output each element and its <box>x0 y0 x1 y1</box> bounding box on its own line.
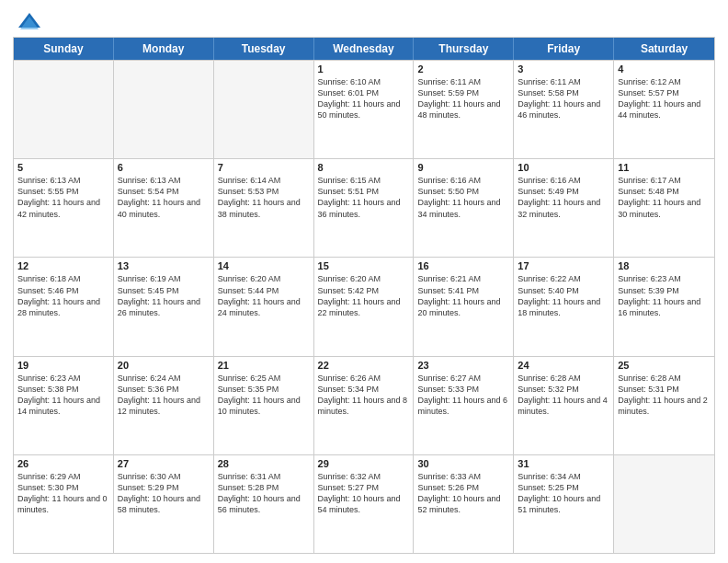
weekday-header-friday: Friday <box>514 38 614 60</box>
day-info: Sunrise: 6:20 AM Sunset: 5:42 PM Dayligh… <box>318 273 410 318</box>
day-info: Sunrise: 6:17 AM Sunset: 5:48 PM Dayligh… <box>618 175 711 220</box>
calendar-day-4: 4Sunrise: 6:12 AM Sunset: 5:57 PM Daylig… <box>614 61 714 158</box>
day-number: 29 <box>318 458 410 469</box>
weekday-header-sunday: Sunday <box>14 38 114 60</box>
day-number: 10 <box>518 162 609 173</box>
day-info: Sunrise: 6:30 AM Sunset: 5:29 PM Dayligh… <box>118 471 210 516</box>
day-number: 22 <box>318 360 410 371</box>
day-info: Sunrise: 6:11 AM Sunset: 5:58 PM Dayligh… <box>518 76 609 121</box>
day-number: 28 <box>218 458 310 469</box>
day-number: 23 <box>417 360 509 371</box>
day-info: Sunrise: 6:23 AM Sunset: 5:38 PM Dayligh… <box>17 373 109 418</box>
day-info: Sunrise: 6:29 AM Sunset: 5:30 PM Dayligh… <box>17 471 109 516</box>
calendar-day-10: 10Sunrise: 6:16 AM Sunset: 5:49 PM Dayli… <box>514 159 614 257</box>
day-number: 30 <box>417 458 509 469</box>
calendar-cell-empty <box>614 455 714 553</box>
calendar: SundayMondayTuesdayWednesdayThursdayFrid… <box>13 37 715 554</box>
day-number: 2 <box>417 63 509 75</box>
day-info: Sunrise: 6:20 AM Sunset: 5:44 PM Dayligh… <box>218 273 310 318</box>
calendar-day-14: 14Sunrise: 6:20 AM Sunset: 5:44 PM Dayli… <box>214 258 314 355</box>
day-info: Sunrise: 6:28 AM Sunset: 5:32 PM Dayligh… <box>518 373 609 418</box>
calendar-day-5: 5Sunrise: 6:13 AM Sunset: 5:55 PM Daylig… <box>14 159 114 257</box>
calendar-day-1: 1Sunrise: 6:10 AM Sunset: 6:01 PM Daylig… <box>314 61 415 158</box>
logo <box>13 9 42 31</box>
calendar-day-17: 17Sunrise: 6:22 AM Sunset: 5:40 PM Dayli… <box>514 258 614 355</box>
calendar-day-11: 11Sunrise: 6:17 AM Sunset: 5:48 PM Dayli… <box>614 159 714 257</box>
day-number: 1 <box>318 63 410 75</box>
logo-icon <box>17 9 42 35</box>
weekday-header-thursday: Thursday <box>414 38 514 60</box>
day-number: 5 <box>17 162 109 173</box>
calendar-day-27: 27Sunrise: 6:30 AM Sunset: 5:29 PM Dayli… <box>114 455 214 553</box>
calendar-day-29: 29Sunrise: 6:32 AM Sunset: 5:27 PM Dayli… <box>314 455 415 553</box>
weekday-header-saturday: Saturday <box>614 38 714 60</box>
day-info: Sunrise: 6:26 AM Sunset: 5:34 PM Dayligh… <box>318 373 410 418</box>
day-info: Sunrise: 6:11 AM Sunset: 5:59 PM Dayligh… <box>417 76 509 121</box>
day-number: 7 <box>218 162 310 173</box>
day-info: Sunrise: 6:15 AM Sunset: 5:51 PM Dayligh… <box>318 175 410 220</box>
calendar-day-31: 31Sunrise: 6:34 AM Sunset: 5:25 PM Dayli… <box>514 455 614 553</box>
calendar-day-2: 2Sunrise: 6:11 AM Sunset: 5:59 PM Daylig… <box>414 61 514 158</box>
day-info: Sunrise: 6:10 AM Sunset: 6:01 PM Dayligh… <box>318 76 410 121</box>
day-info: Sunrise: 6:24 AM Sunset: 5:36 PM Dayligh… <box>118 373 210 418</box>
day-info: Sunrise: 6:13 AM Sunset: 5:54 PM Dayligh… <box>118 175 210 220</box>
day-info: Sunrise: 6:14 AM Sunset: 5:53 PM Dayligh… <box>218 175 310 220</box>
day-number: 21 <box>218 360 310 371</box>
calendar-day-19: 19Sunrise: 6:23 AM Sunset: 5:38 PM Dayli… <box>14 357 114 454</box>
day-info: Sunrise: 6:16 AM Sunset: 5:49 PM Dayligh… <box>518 175 609 220</box>
day-number: 9 <box>417 162 509 173</box>
calendar-day-16: 16Sunrise: 6:21 AM Sunset: 5:41 PM Dayli… <box>414 258 514 355</box>
calendar-day-21: 21Sunrise: 6:25 AM Sunset: 5:35 PM Dayli… <box>214 357 314 454</box>
calendar-week-1: 1Sunrise: 6:10 AM Sunset: 6:01 PM Daylig… <box>14 60 714 158</box>
day-info: Sunrise: 6:23 AM Sunset: 5:39 PM Dayligh… <box>618 273 711 318</box>
day-number: 24 <box>518 360 609 371</box>
calendar-day-8: 8Sunrise: 6:15 AM Sunset: 5:51 PM Daylig… <box>314 159 415 257</box>
calendar-day-22: 22Sunrise: 6:26 AM Sunset: 5:34 PM Dayli… <box>314 357 415 454</box>
day-info: Sunrise: 6:28 AM Sunset: 5:31 PM Dayligh… <box>618 373 711 418</box>
page-header <box>13 9 715 31</box>
calendar-day-23: 23Sunrise: 6:27 AM Sunset: 5:33 PM Dayli… <box>414 357 514 454</box>
day-number: 3 <box>518 63 609 75</box>
day-number: 26 <box>17 458 109 469</box>
day-number: 31 <box>518 458 609 469</box>
calendar-day-12: 12Sunrise: 6:18 AM Sunset: 5:46 PM Dayli… <box>14 258 114 355</box>
calendar-day-26: 26Sunrise: 6:29 AM Sunset: 5:30 PM Dayli… <box>14 455 114 553</box>
weekday-header-tuesday: Tuesday <box>214 38 314 60</box>
day-number: 15 <box>318 260 410 271</box>
calendar-day-7: 7Sunrise: 6:14 AM Sunset: 5:53 PM Daylig… <box>214 159 314 257</box>
day-number: 27 <box>118 458 210 469</box>
calendar-day-15: 15Sunrise: 6:20 AM Sunset: 5:42 PM Dayli… <box>314 258 415 355</box>
calendar-week-4: 19Sunrise: 6:23 AM Sunset: 5:38 PM Dayli… <box>14 356 714 454</box>
day-info: Sunrise: 6:33 AM Sunset: 5:26 PM Dayligh… <box>417 471 509 516</box>
weekday-header-wednesday: Wednesday <box>314 38 415 60</box>
calendar-week-3: 12Sunrise: 6:18 AM Sunset: 5:46 PM Dayli… <box>14 257 714 355</box>
day-info: Sunrise: 6:18 AM Sunset: 5:46 PM Dayligh… <box>17 273 109 318</box>
day-number: 17 <box>518 260 609 271</box>
day-number: 8 <box>318 162 410 173</box>
calendar-cell-empty <box>114 61 214 158</box>
calendar-week-5: 26Sunrise: 6:29 AM Sunset: 5:30 PM Dayli… <box>14 454 714 553</box>
calendar-day-18: 18Sunrise: 6:23 AM Sunset: 5:39 PM Dayli… <box>614 258 714 355</box>
weekday-header-monday: Monday <box>114 38 214 60</box>
day-number: 12 <box>17 260 109 271</box>
calendar-day-25: 25Sunrise: 6:28 AM Sunset: 5:31 PM Dayli… <box>614 357 714 454</box>
calendar-page: SundayMondayTuesdayWednesdayThursdayFrid… <box>0 0 728 563</box>
calendar-header-row: SundayMondayTuesdayWednesdayThursdayFrid… <box>14 38 714 60</box>
day-info: Sunrise: 6:13 AM Sunset: 5:55 PM Dayligh… <box>17 175 109 220</box>
calendar-day-13: 13Sunrise: 6:19 AM Sunset: 5:45 PM Dayli… <box>114 258 214 355</box>
day-info: Sunrise: 6:31 AM Sunset: 5:28 PM Dayligh… <box>218 471 310 516</box>
day-number: 16 <box>417 260 509 271</box>
calendar-week-2: 5Sunrise: 6:13 AM Sunset: 5:55 PM Daylig… <box>14 158 714 257</box>
day-number: 6 <box>118 162 210 173</box>
day-info: Sunrise: 6:21 AM Sunset: 5:41 PM Dayligh… <box>417 273 509 318</box>
day-info: Sunrise: 6:22 AM Sunset: 5:40 PM Dayligh… <box>518 273 609 318</box>
day-info: Sunrise: 6:32 AM Sunset: 5:27 PM Dayligh… <box>318 471 410 516</box>
day-info: Sunrise: 6:19 AM Sunset: 5:45 PM Dayligh… <box>118 273 210 318</box>
day-info: Sunrise: 6:25 AM Sunset: 5:35 PM Dayligh… <box>218 373 310 418</box>
calendar-day-24: 24Sunrise: 6:28 AM Sunset: 5:32 PM Dayli… <box>514 357 614 454</box>
calendar-day-30: 30Sunrise: 6:33 AM Sunset: 5:26 PM Dayli… <box>414 455 514 553</box>
day-info: Sunrise: 6:34 AM Sunset: 5:25 PM Dayligh… <box>518 471 609 516</box>
calendar-day-20: 20Sunrise: 6:24 AM Sunset: 5:36 PM Dayli… <box>114 357 214 454</box>
calendar-cell-empty <box>214 61 314 158</box>
calendar-day-28: 28Sunrise: 6:31 AM Sunset: 5:28 PM Dayli… <box>214 455 314 553</box>
